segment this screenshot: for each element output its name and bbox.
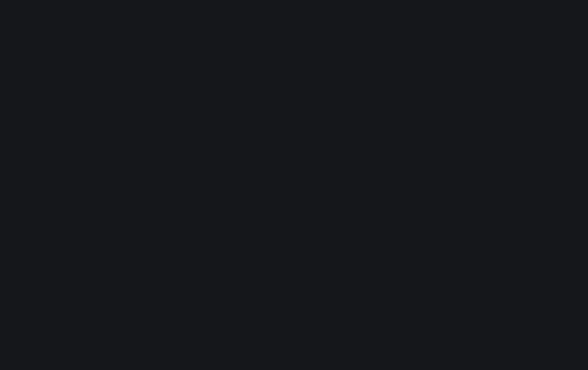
surge-synth-window bbox=[0, 0, 588, 370]
